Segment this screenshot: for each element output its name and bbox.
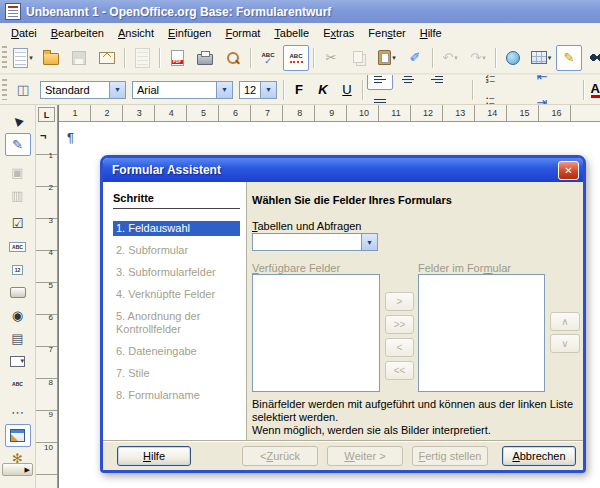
remove-all-fields-button[interactable]: <<: [385, 361, 414, 380]
redo-button[interactable]: ↷▾: [465, 45, 491, 71]
find-replace-button[interactable]: [584, 45, 600, 71]
format-paintbrush-button[interactable]: ✐: [402, 45, 428, 71]
toolbar-grip[interactable]: [2, 46, 7, 69]
bold-button[interactable]: F: [288, 79, 310, 101]
dropdown-caret-icon[interactable]: ▾: [548, 54, 552, 62]
insert-table-button[interactable]: ▾: [528, 45, 554, 71]
align-left-button[interactable]: [367, 75, 393, 90]
underline-button[interactable]: U: [336, 79, 358, 101]
step-3-subformularfelder[interactable]: 3. Subformularfelder: [113, 265, 240, 280]
chevron-down-icon[interactable]: ▼: [361, 234, 377, 250]
open-button[interactable]: [38, 45, 64, 71]
cut-button[interactable]: ✂: [318, 45, 344, 71]
add-all-fields-button[interactable]: >>: [385, 315, 414, 334]
select-pointer-button[interactable]: ▶: [5, 110, 31, 133]
step-6-dateneingabe[interactable]: 6. Dateneingabe: [113, 344, 240, 359]
back-button[interactable]: < Zurück: [242, 446, 318, 466]
menu-tabelle[interactable]: Tabelle: [267, 25, 316, 41]
numbered-list-button[interactable]: 1 — 2 — 3 —: [477, 75, 503, 90]
dropdown-caret-icon[interactable]: ▾: [392, 54, 396, 62]
undo-button[interactable]: ↶▾: [437, 45, 463, 71]
step-8-formularname[interactable]: 8. Formularname: [113, 388, 240, 403]
toolbar-grip[interactable]: [2, 79, 7, 100]
tab-selector[interactable]: L: [38, 107, 55, 122]
form-properties-button[interactable]: ▥: [5, 184, 31, 207]
chevron-down-icon[interactable]: ▼: [109, 82, 125, 98]
fields-in-form-list[interactable]: [418, 274, 545, 392]
align-justify-button[interactable]: [367, 90, 393, 106]
autospellcheck-button[interactable]: ABC: [283, 45, 309, 71]
add-field-button[interactable]: >: [385, 292, 414, 311]
help-button[interactable]: Hilfe: [117, 446, 191, 466]
close-icon[interactable]: ✕: [558, 161, 579, 180]
remove-field-button[interactable]: <: [385, 338, 414, 357]
decrease-indent-button[interactable]: ⇤: [529, 75, 555, 90]
chevron-down-icon[interactable]: ▼: [216, 82, 232, 98]
available-fields-list[interactable]: [252, 274, 380, 392]
window-titlebar[interactable]: Unbenannt 1 - OpenOffice.org Base: Formu…: [0, 0, 600, 23]
horizontal-ruler[interactable]: 12345678910111213141516: [59, 105, 600, 122]
text-box-button[interactable]: ABC: [5, 235, 31, 258]
step-4-verknuepfte-felder[interactable]: 4. Verknüpfte Felder: [113, 287, 240, 302]
toolbar-overflow-button[interactable]: ▶: [2, 463, 33, 476]
finish-button[interactable]: Fertig stellen: [412, 446, 488, 466]
bullet-list-button[interactable]: • — • — • —: [477, 90, 503, 105]
move-down-button[interactable]: ∨: [550, 334, 580, 353]
push-button-button[interactable]: [5, 281, 31, 304]
paste-button[interactable]: ▾: [374, 45, 400, 71]
dialog-titlebar[interactable]: Formular Assistent ✕: [103, 158, 583, 182]
font-size-combo[interactable]: 12 ▼: [239, 81, 277, 99]
menu-einfuegen[interactable]: Einfügen: [161, 25, 218, 41]
step-2-subformular[interactable]: 2. Subformular: [113, 243, 240, 258]
menu-fenster[interactable]: Fenster: [361, 25, 412, 41]
checkbox-field-button[interactable]: ☑: [5, 212, 31, 235]
step-7-stile[interactable]: 7. Stile: [113, 366, 240, 381]
menu-extras[interactable]: Extras: [316, 25, 361, 41]
menu-hilfe[interactable]: Hilfe: [413, 25, 449, 41]
step-1-feldauswahl[interactable]: 1. Feldauswahl: [113, 221, 240, 236]
vertical-ruler[interactable]: L ¬ 12345678910: [36, 105, 58, 488]
dropdown-caret-icon[interactable]: ▾: [454, 54, 458, 62]
label-field-button[interactable]: ABC: [5, 373, 31, 396]
save-button[interactable]: [66, 45, 92, 71]
tables-and-queries-combo[interactable]: ▼: [252, 233, 378, 251]
print-button[interactable]: [192, 45, 218, 71]
menu-bearbeiten[interactable]: Bearbeiten: [44, 25, 111, 41]
copy-button[interactable]: [346, 45, 372, 71]
option-button-button[interactable]: ◉: [5, 304, 31, 327]
new-document-button[interactable]: ▾: [10, 45, 36, 71]
step-5-anordnung-der-kontrollfelder[interactable]: 5. Anordnung der Kontrollfelder: [113, 309, 240, 337]
export-pdf-button[interactable]: [164, 45, 190, 71]
hyperlink-button[interactable]: [500, 45, 526, 71]
align-center-button[interactable]: [395, 75, 421, 90]
combo-box-button[interactable]: [5, 350, 31, 373]
control-properties-button[interactable]: ▣: [5, 161, 31, 184]
font-name-combo[interactable]: Arial ▼: [132, 81, 233, 99]
more-controls-button[interactable]: ⋯: [5, 401, 31, 424]
dropdown-caret-icon[interactable]: ▾: [29, 54, 33, 62]
italic-button[interactable]: K: [312, 79, 334, 101]
spellcheck-button[interactable]: ABC: [255, 45, 281, 71]
chevron-down-icon[interactable]: ▼: [260, 82, 276, 98]
cancel-button[interactable]: Abbrechen: [502, 446, 576, 466]
menu-format[interactable]: Format: [218, 25, 267, 41]
next-button[interactable]: Weiter >: [327, 446, 403, 466]
font-color-button[interactable]: A: [591, 82, 600, 98]
formatted-field-button[interactable]: 12: [5, 258, 31, 281]
undo-icon: ↶: [442, 51, 453, 64]
send-email-button[interactable]: [94, 45, 120, 71]
menu-ansicht[interactable]: Ansicht: [111, 25, 161, 41]
page-preview-button[interactable]: [220, 45, 246, 71]
align-right-button[interactable]: [423, 75, 449, 90]
list-box-button[interactable]: ▤: [5, 327, 31, 350]
dropdown-caret-icon[interactable]: ▾: [482, 54, 486, 62]
apply-style-icon[interactable]: ◫: [10, 77, 36, 103]
design-mode-toggle-button[interactable]: ✎: [5, 133, 31, 156]
menu-datei[interactable]: Datei: [4, 25, 44, 41]
move-up-button[interactable]: ∧: [550, 312, 580, 331]
edit-file-button[interactable]: [129, 45, 155, 71]
paragraph-style-combo[interactable]: Standard ▼: [40, 81, 126, 99]
form-design-button[interactable]: [5, 424, 31, 447]
increase-indent-button[interactable]: ⇥: [529, 90, 555, 106]
draw-functions-button[interactable]: ✎: [556, 45, 582, 71]
